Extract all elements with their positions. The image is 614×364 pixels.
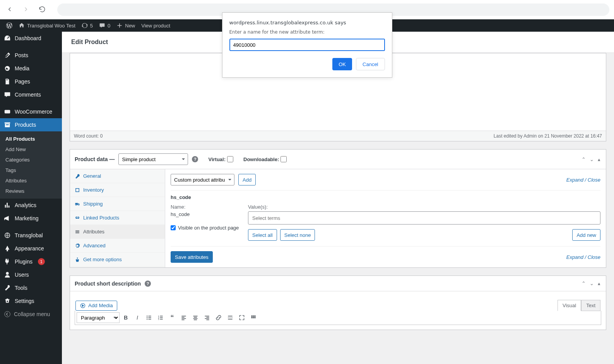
dialog-origin: wordpress.linux.transglobalexpress.co.uk… (229, 20, 385, 26)
prompt-dialog: wordpress.linux.transglobalexpress.co.uk… (222, 12, 392, 78)
dialog-cancel-button[interactable]: Cancel (356, 58, 385, 70)
dialog-input[interactable] (229, 39, 385, 51)
browser-back-icon[interactable] (5, 4, 15, 15)
prompt-dialog-overlay: wordpress.linux.transglobalexpress.co.uk… (0, 19, 614, 364)
browser-forward-icon (21, 4, 31, 15)
dialog-prompt: Enter a name for the new attribute term: (229, 29, 385, 35)
browser-reload-icon[interactable] (37, 4, 47, 15)
dialog-ok-button[interactable]: OK (332, 58, 352, 70)
